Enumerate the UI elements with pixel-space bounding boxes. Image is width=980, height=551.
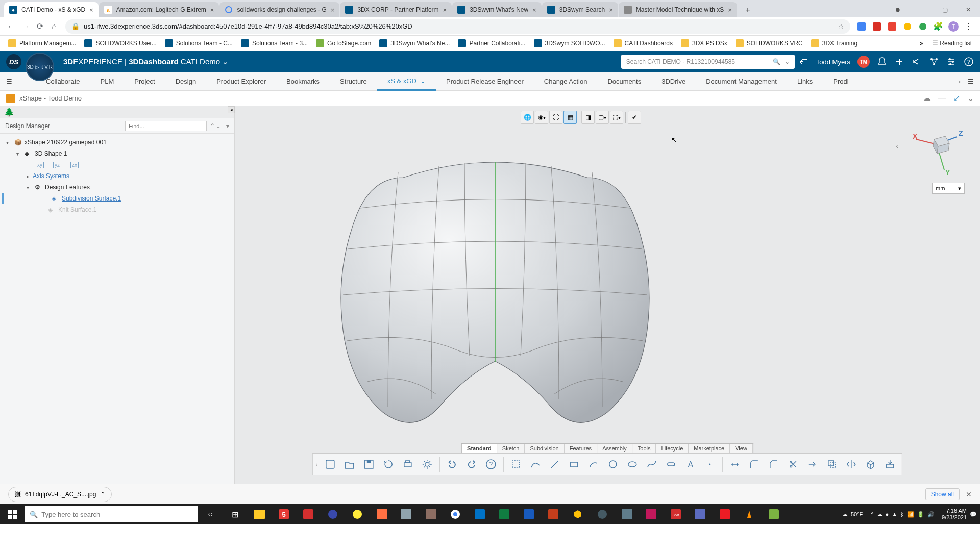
- ellipse-icon[interactable]: [624, 456, 641, 473]
- share-icon[interactable]: [912, 57, 922, 67]
- bookmark[interactable]: Solutions Team - C...: [161, 37, 237, 49]
- close-icon[interactable]: ×: [532, 6, 536, 14]
- close-icon[interactable]: ×: [443, 6, 447, 14]
- bookmark[interactable]: CATI Dashboards: [609, 37, 677, 49]
- nav-plm[interactable]: PLM: [90, 72, 125, 91]
- task-view-icon[interactable]: ⊞: [223, 504, 247, 524]
- view-display-icon[interactable]: ▢▾: [596, 111, 609, 124]
- nav-doc-mgmt[interactable]: Document Management: [696, 72, 787, 91]
- battery-icon[interactable]: 🔋: [917, 511, 924, 518]
- bookmark[interactable]: 3DSwym What's Ne...: [375, 37, 454, 49]
- outlook-icon[interactable]: [468, 504, 492, 524]
- close-download-bar[interactable]: ✕: [966, 490, 972, 498]
- bluetooth-icon[interactable]: ᛒ: [900, 511, 904, 517]
- nav-xs-xgd[interactable]: xS & xGD ⌄: [377, 72, 436, 91]
- app-icon[interactable]: [419, 504, 443, 524]
- yz-plane-icon[interactable]: yz: [53, 162, 61, 168]
- app-icon[interactable]: [688, 504, 713, 524]
- save-icon[interactable]: [360, 456, 378, 473]
- ext-icon[interactable]: [870, 19, 884, 34]
- profile-avatar[interactable]: T: [946, 19, 961, 34]
- expand-icon[interactable]: ▸: [27, 173, 33, 179]
- cortana-icon[interactable]: ○: [198, 504, 223, 524]
- chevron-down-icon[interactable]: ⌄: [967, 93, 974, 103]
- tree-knit[interactable]: ◈ Knit Surface.1: [0, 204, 234, 215]
- tree-planes[interactable]: xy yz zx: [0, 159, 234, 170]
- project-icon[interactable]: [881, 456, 899, 473]
- settings-icon[interactable]: [419, 456, 436, 473]
- url-field[interactable]: 🔒 us1-ifwe.3dexperience.3ds.com/#dashboa…: [65, 19, 850, 34]
- chrome-icon[interactable]: [443, 504, 468, 524]
- refresh-icon[interactable]: [380, 456, 397, 473]
- volume-icon[interactable]: 🔊: [927, 511, 935, 518]
- expand-icon[interactable]: ▾: [27, 185, 33, 190]
- close-icon[interactable]: ×: [609, 6, 613, 14]
- ds-logo[interactable]: DS: [6, 54, 21, 69]
- box-icon[interactable]: [862, 456, 879, 473]
- ext-icon[interactable]: [885, 19, 899, 34]
- nav-settings-icon[interactable]: ☰: [968, 78, 974, 85]
- orientation-triad[interactable]: X Z Y: [909, 121, 965, 178]
- bookmark[interactable]: GoToStage.com: [312, 37, 375, 49]
- app-icon[interactable]: [394, 504, 419, 524]
- view-check-icon[interactable]: ✔: [628, 111, 641, 124]
- dashboard-title[interactable]: 3DEXPERIENCE | 3DDashboard CATI Demo ⌄: [63, 57, 229, 66]
- trim-icon[interactable]: [785, 456, 802, 473]
- view-globe-icon[interactable]: 🌐: [521, 111, 534, 124]
- rectangle-icon[interactable]: [566, 456, 583, 473]
- find-next[interactable]: ⌄: [216, 122, 221, 130]
- tab-lifecycle[interactable]: Lifecycle: [656, 444, 689, 453]
- print-icon[interactable]: [399, 456, 416, 473]
- view-mesh-icon[interactable]: ▦: [564, 111, 577, 124]
- browser-tab[interactable]: 3DSwym What's New ×: [452, 2, 542, 17]
- new-icon[interactable]: [322, 456, 339, 473]
- expand-icon[interactable]: ▾: [6, 140, 12, 145]
- excel-icon[interactable]: [492, 504, 517, 524]
- tab-view[interactable]: View: [730, 444, 753, 453]
- curve-icon[interactable]: [643, 456, 660, 473]
- sketch-icon[interactable]: [507, 456, 525, 473]
- wifi-icon[interactable]: 📶: [907, 511, 914, 518]
- ext-icon[interactable]: [900, 19, 915, 34]
- nav-change-action[interactable]: Change Action: [534, 72, 598, 91]
- app-icon[interactable]: [345, 504, 370, 524]
- mirror-icon[interactable]: [843, 456, 860, 473]
- expand-icon[interactable]: ▾: [16, 151, 22, 157]
- chevron-down-icon[interactable]: ⌄: [785, 58, 790, 65]
- windows-search[interactable]: 🔍 Type here to search: [24, 506, 198, 522]
- bookmark[interactable]: 3DSwym SOLIDWO...: [530, 37, 609, 49]
- show-all-downloads[interactable]: Show all: [925, 488, 960, 500]
- cloud-icon[interactable]: ☁: [923, 93, 931, 103]
- open-icon[interactable]: [341, 456, 358, 473]
- browser-tab[interactable]: Master Model Technique with xS ×: [619, 2, 737, 17]
- units-select[interactable]: mm▾: [932, 183, 965, 194]
- browser-tab[interactable]: solidworks design challenges - G ×: [219, 2, 339, 17]
- help-icon[interactable]: ?: [964, 57, 974, 67]
- tray-icon[interactable]: ●: [886, 511, 889, 517]
- circle-icon[interactable]: [604, 456, 622, 473]
- tree-root[interactable]: ▾ 📦 xShape 210922 gamepad 001: [0, 137, 234, 148]
- view-sphere-icon[interactable]: ◉▾: [535, 111, 548, 124]
- filter-icon[interactable]: ▾: [226, 122, 229, 130]
- chamfer-icon[interactable]: [765, 456, 782, 473]
- bookmark[interactable]: 3DX Training: [807, 37, 862, 49]
- app-icon[interactable]: [566, 504, 590, 524]
- maximize-button[interactable]: ▢: [933, 2, 957, 17]
- nav-links[interactable]: Links: [787, 72, 823, 91]
- app-icon[interactable]: [615, 504, 639, 524]
- slot-icon[interactable]: [663, 456, 680, 473]
- new-tab-button[interactable]: +: [741, 3, 755, 17]
- weather-widget[interactable]: ☁ 50°F: [842, 511, 863, 518]
- bookmark[interactable]: SOLIDWORKS User...: [80, 37, 160, 49]
- user-avatar[interactable]: TM: [857, 56, 870, 68]
- chrome-menu[interactable]: ⋮: [962, 19, 976, 34]
- nav-design[interactable]: Design: [165, 72, 206, 91]
- bookmarks-overflow[interactable]: »: [920, 40, 923, 47]
- view-fit-icon[interactable]: ⛶: [549, 111, 562, 124]
- notifications-icon[interactable]: 💬: [970, 511, 977, 518]
- bookmark[interactable]: Solutions Team - 3...: [237, 37, 312, 49]
- search-icon[interactable]: 🔍: [773, 58, 780, 65]
- tab-assembly[interactable]: Assembly: [597, 444, 632, 453]
- nav-3ddrive[interactable]: 3DDrive: [651, 72, 696, 91]
- close-button[interactable]: ✕: [957, 2, 980, 17]
